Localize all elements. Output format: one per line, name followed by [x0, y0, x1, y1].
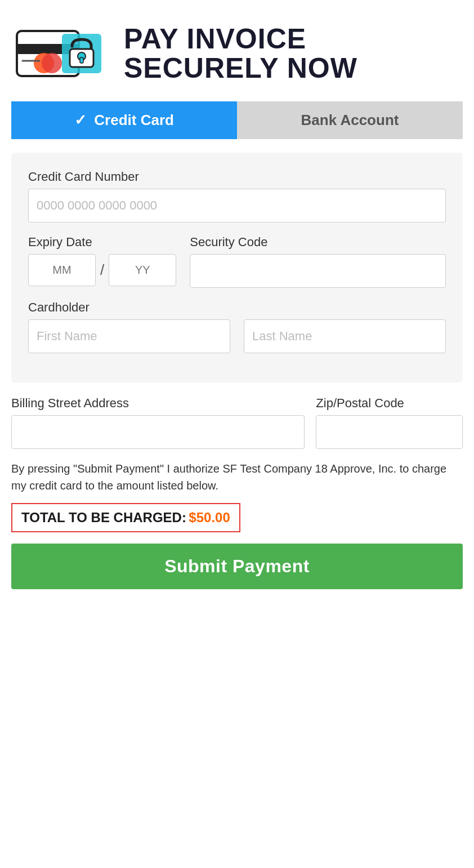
security-group: Security Code [190, 235, 446, 288]
payment-tabs: ✓ Credit Card Bank Account [11, 101, 463, 139]
billing-section: Billing Street Address Zip/Postal Code [11, 396, 463, 449]
logo [11, 17, 113, 90]
cc-number-group: Credit Card Number [28, 170, 446, 222]
total-box: TOTAL TO BE CHARGED: $50.00 [11, 503, 240, 532]
expiry-group: Expiry Date / [28, 235, 176, 288]
svg-rect-7 [80, 57, 83, 63]
total-amount: $50.00 [189, 510, 230, 525]
security-code-input[interactable] [190, 254, 446, 288]
expiry-separator: / [100, 261, 104, 279]
expiry-label: Expiry Date [28, 235, 176, 250]
security-label: Security Code [190, 235, 446, 250]
expiry-yy-input[interactable] [109, 254, 176, 286]
cardholder-label: Cardholder [28, 300, 446, 315]
cc-number-label: Credit Card Number [28, 170, 446, 184]
billing-street-input[interactable] [11, 415, 305, 449]
billing-row: Billing Street Address Zip/Postal Code [11, 396, 463, 449]
checkmark-icon: ✓ [74, 112, 87, 128]
billing-street-group: Billing Street Address [11, 396, 305, 449]
submit-payment-button[interactable]: Submit Payment [11, 544, 463, 589]
cc-number-input[interactable] [28, 189, 446, 222]
last-name-input[interactable] [244, 319, 446, 353]
tab-credit-card[interactable]: ✓ Credit Card [11, 101, 237, 139]
expiry-inputs: / [28, 254, 176, 286]
total-label: TOTAL TO BE CHARGED: [21, 510, 186, 525]
zip-input[interactable] [316, 415, 463, 449]
expiry-mm-input[interactable] [28, 254, 96, 286]
svg-point-3 [42, 53, 62, 73]
zip-label: Zip/Postal Code [316, 396, 463, 411]
zip-group: Zip/Postal Code [316, 396, 463, 449]
first-name-input[interactable] [28, 319, 230, 353]
page-title: PAY INVOICE SECURELY NOW [124, 24, 357, 83]
credit-card-panel: Credit Card Number Expiry Date / Securit… [11, 153, 463, 382]
cardholder-group: Cardholder [28, 300, 446, 353]
tab-bank-account[interactable]: Bank Account [237, 101, 463, 139]
page-header: PAY INVOICE SECURELY NOW [11, 11, 463, 101]
cardholder-inputs [28, 319, 446, 353]
billing-street-label: Billing Street Address [11, 396, 305, 411]
authorization-text: By pressing "Submit Payment" I authorize… [11, 460, 463, 494]
expiry-security-row: Expiry Date / Security Code [28, 235, 446, 288]
